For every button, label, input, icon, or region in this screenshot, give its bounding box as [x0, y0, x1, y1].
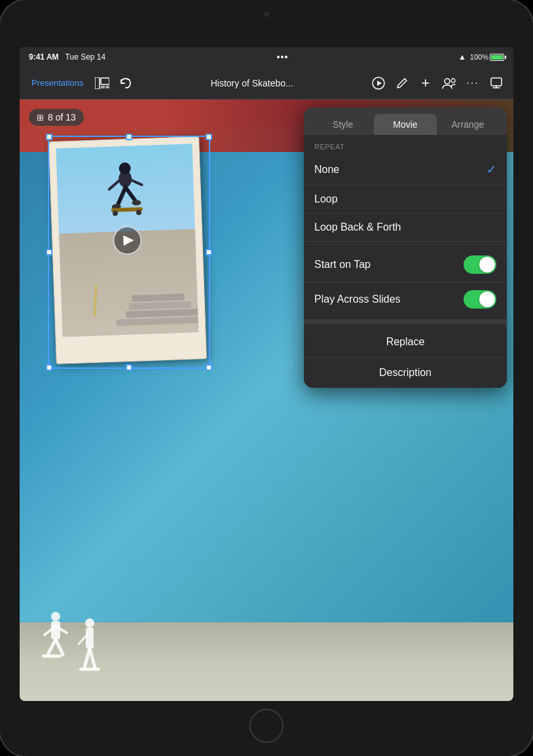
status-date: Tue Sep 14: [65, 52, 106, 62]
description-button[interactable]: Description: [304, 358, 507, 388]
divider-1: [304, 244, 507, 245]
repeat-none-option[interactable]: None ✓: [304, 155, 507, 185]
status-icons: ▲ 100%: [458, 52, 504, 62]
home-button[interactable]: [249, 709, 284, 743]
divider-2: [304, 319, 507, 324]
svg-rect-3: [105, 86, 109, 88]
skater-silhouette-1: [38, 610, 74, 665]
slide-counter-badge[interactable]: ⊞ 8 of 13: [29, 109, 84, 126]
svg-line-16: [131, 180, 141, 185]
skater-photo-figure: [101, 159, 150, 235]
pencil-icon[interactable]: [392, 73, 413, 94]
status-bar: 9:41 AM Tue Sep 14 ▲ 100%: [20, 47, 513, 67]
tab-movie[interactable]: Movie: [374, 114, 436, 135]
slides-icon: ⊞: [37, 113, 44, 123]
replace-button[interactable]: Replace: [304, 327, 507, 358]
undo-icon[interactable]: [115, 73, 136, 94]
play-across-slides-label: Play Across Slides: [314, 293, 401, 305]
svg-rect-30: [86, 628, 94, 649]
slide-counter-text: 8 of 13: [48, 112, 76, 123]
svg-line-32: [90, 649, 95, 668]
svg-rect-0: [95, 77, 100, 89]
repeat-loop-back-label: Loop Back & Forth: [314, 221, 401, 233]
collaborate-icon[interactable]: [439, 73, 460, 94]
tab-arrange[interactable]: Arrange: [437, 114, 499, 135]
status-center-dots: [277, 56, 287, 58]
svg-line-14: [126, 187, 136, 202]
toolbar: Presentations History of Skatebo...: [20, 67, 513, 100]
svg-line-25: [56, 639, 63, 654]
slide-area[interactable]: ⊞ 8 of 13: [20, 100, 513, 701]
panel-content: REPEAT None ✓ Loop Loop Back & Forth: [304, 135, 507, 388]
repeat-loop-option[interactable]: Loop: [304, 185, 507, 214]
presentations-button[interactable]: Presentations: [26, 75, 89, 90]
movie-options-panel: Style Movie Arrange REPEAT None: [304, 107, 507, 388]
svg-marker-5: [377, 81, 382, 86]
play-across-slides-toggle[interactable]: [464, 290, 496, 309]
play-triangle-icon: [123, 235, 134, 246]
repeat-none-label: None: [314, 164, 339, 176]
svg-rect-2: [101, 86, 105, 88]
svg-rect-28: [42, 654, 62, 658]
repeat-loop-back-option[interactable]: Loop Back & Forth: [304, 214, 507, 242]
status-time: 9:41 AM: [29, 52, 59, 62]
checkmark-icon: ✓: [487, 162, 496, 177]
svg-point-22: [51, 612, 60, 621]
svg-rect-8: [491, 78, 502, 86]
svg-line-13: [117, 187, 126, 205]
battery-indicator: 100%: [470, 53, 504, 61]
wifi-icon: ▲: [458, 52, 466, 62]
photo-inner: [56, 143, 199, 337]
start-on-tap-label: Start on Tap: [314, 259, 371, 271]
add-button[interactable]: +: [415, 73, 436, 94]
svg-point-6: [445, 79, 450, 84]
repeat-loop-label: Loop: [314, 193, 338, 205]
tab-style[interactable]: Style: [312, 114, 374, 135]
skater-silhouette-2: [75, 616, 105, 681]
front-camera: [264, 12, 269, 17]
more-options-icon[interactable]: ···: [462, 73, 483, 94]
battery-pct: 100%: [470, 53, 488, 61]
svg-point-7: [451, 79, 455, 83]
play-across-slides-row: Play Across Slides: [304, 282, 507, 316]
svg-rect-34: [79, 668, 100, 671]
photo-card[interactable]: [48, 136, 207, 364]
play-button[interactable]: [368, 73, 389, 94]
panel-tabs: Style Movie Arrange: [304, 107, 507, 135]
start-on-tap-toggle[interactable]: [464, 255, 496, 274]
slides-panel-icon[interactable]: [92, 73, 113, 94]
svg-rect-1: [101, 78, 109, 85]
screen: 9:41 AM Tue Sep 14 ▲ 100% Presentatio: [20, 47, 513, 701]
svg-line-15: [109, 180, 119, 189]
start-on-tap-row: Start on Tap: [304, 248, 507, 282]
svg-point-29: [85, 618, 94, 628]
repeat-section-label: REPEAT: [304, 135, 507, 155]
insert-icon[interactable]: [486, 73, 507, 94]
ipad-frame: 9:41 AM Tue Sep 14 ▲ 100% Presentatio: [0, 0, 533, 756]
document-title: History of Skatebo...: [139, 78, 366, 88]
svg-line-24: [48, 639, 56, 654]
